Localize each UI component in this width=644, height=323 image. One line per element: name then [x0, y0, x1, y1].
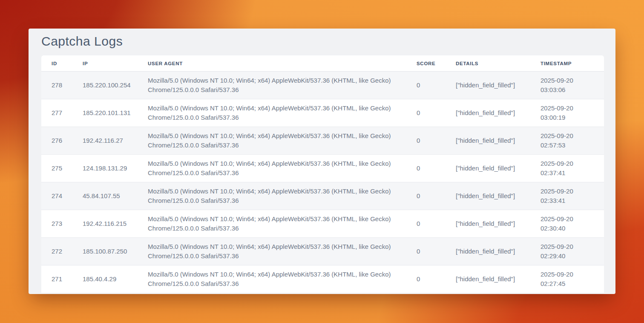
table-row: 272 185.100.87.250 Mozilla/5.0 (Windows …: [41, 237, 604, 265]
cell-ip: 124.198.131.29: [72, 154, 138, 182]
cell-details: ["hidden_field_filled"]: [446, 99, 530, 127]
cell-id: 277: [41, 99, 72, 127]
column-header-timestamp: TIMESTAMP: [530, 55, 604, 72]
cell-score: 0: [406, 154, 446, 182]
column-header-ip: IP: [72, 55, 138, 72]
cell-user-agent: Mozilla/5.0 (Windows NT 10.0; Win64; x64…: [138, 237, 406, 265]
table-header: ID IP USER AGENT SCORE DETAILS TIMESTAMP: [41, 55, 604, 72]
table-row: 276 192.42.116.27 Mozilla/5.0 (Windows N…: [41, 127, 604, 154]
cell-timestamp: 2025-09-20 02:30:40: [530, 210, 604, 237]
table-row: 275 124.198.131.29 Mozilla/5.0 (Windows …: [41, 154, 604, 182]
cell-timestamp: 2025-09-20 02:29:40: [530, 237, 604, 265]
cell-timestamp: 2025-09-20 02:37:41: [530, 154, 604, 182]
cell-id: 272: [41, 237, 72, 265]
cell-id: 278: [41, 72, 72, 99]
cell-user-agent: Mozilla/5.0 (Windows NT 10.0; Win64; x64…: [138, 265, 406, 293]
cell-details: ["hidden_field_filled"]: [446, 182, 530, 210]
cell-id: 274: [41, 182, 72, 210]
captcha-logs-card: Captcha Logs ID IP USER AGENT SCORE DETA…: [29, 29, 615, 294]
page-title: Captcha Logs: [41, 34, 604, 49]
cell-details: ["hidden_field_filled"]: [446, 127, 530, 154]
column-header-user-agent: USER AGENT: [138, 55, 406, 72]
cell-user-agent: Mozilla/5.0 (Windows NT 10.0; Win64; x64…: [138, 99, 406, 127]
cell-ip: 192.42.116.215: [72, 210, 138, 237]
cell-timestamp: 2025-09-20 03:00:19: [530, 99, 604, 127]
table-header-row: ID IP USER AGENT SCORE DETAILS TIMESTAMP: [41, 55, 604, 72]
cell-score: 0: [406, 72, 446, 99]
cell-user-agent: Mozilla/5.0 (Windows NT 10.0; Win64; x64…: [138, 210, 406, 237]
cell-ip: 185.100.87.250: [72, 237, 138, 265]
cell-details: ["hidden_field_filled"]: [446, 265, 530, 293]
cell-id: 276: [41, 127, 72, 154]
cell-ip: 45.84.107.55: [72, 182, 138, 210]
cell-timestamp: 2025-09-20 02:57:53: [530, 127, 604, 154]
cell-user-agent: Mozilla/5.0 (Windows NT 10.0; Win64; x64…: [138, 72, 406, 99]
table-row: 271 185.40.4.29 Mozilla/5.0 (Windows NT …: [41, 265, 604, 293]
cell-score: 0: [406, 182, 446, 210]
cell-timestamp: 2025-09-20 02:27:45: [530, 265, 604, 293]
table-body: 278 185.220.100.254 Mozilla/5.0 (Windows…: [41, 72, 604, 293]
page-background: { "page": { "title": "Captcha Logs" }, "…: [0, 0, 644, 323]
cell-user-agent: Mozilla/5.0 (Windows NT 10.0; Win64; x64…: [138, 182, 406, 210]
cell-score: 0: [406, 99, 446, 127]
table-row: 274 45.84.107.55 Mozilla/5.0 (Windows NT…: [41, 182, 604, 210]
column-header-details: DETAILS: [446, 55, 530, 72]
cell-id: 273: [41, 210, 72, 237]
cell-details: ["hidden_field_filled"]: [446, 72, 530, 99]
cell-ip: 185.40.4.29: [72, 265, 138, 293]
cell-id: 275: [41, 154, 72, 182]
column-header-score: SCORE: [406, 55, 446, 72]
table-row: 273 192.42.116.215 Mozilla/5.0 (Windows …: [41, 210, 604, 237]
cell-details: ["hidden_field_filled"]: [446, 237, 530, 265]
cell-timestamp: 2025-09-20 03:03:06: [530, 72, 604, 99]
cell-user-agent: Mozilla/5.0 (Windows NT 10.0; Win64; x64…: [138, 154, 406, 182]
cell-timestamp: 2025-09-20 02:33:41: [530, 182, 604, 210]
cell-details: ["hidden_field_filled"]: [446, 154, 530, 182]
column-header-id: ID: [41, 55, 72, 72]
cell-id: 271: [41, 265, 72, 293]
cell-ip: 192.42.116.27: [72, 127, 138, 154]
cell-user-agent: Mozilla/5.0 (Windows NT 10.0; Win64; x64…: [138, 127, 406, 154]
cell-ip: 185.220.101.131: [72, 99, 138, 127]
table-row: 278 185.220.100.254 Mozilla/5.0 (Windows…: [41, 72, 604, 99]
cell-ip: 185.220.100.254: [72, 72, 138, 99]
cell-score: 0: [406, 210, 446, 237]
cell-details: ["hidden_field_filled"]: [446, 210, 530, 237]
cell-score: 0: [406, 265, 446, 293]
table-row: 277 185.220.101.131 Mozilla/5.0 (Windows…: [41, 99, 604, 127]
cell-score: 0: [406, 237, 446, 265]
cell-score: 0: [406, 127, 446, 154]
captcha-logs-table: ID IP USER AGENT SCORE DETAILS TIMESTAMP…: [41, 55, 604, 293]
